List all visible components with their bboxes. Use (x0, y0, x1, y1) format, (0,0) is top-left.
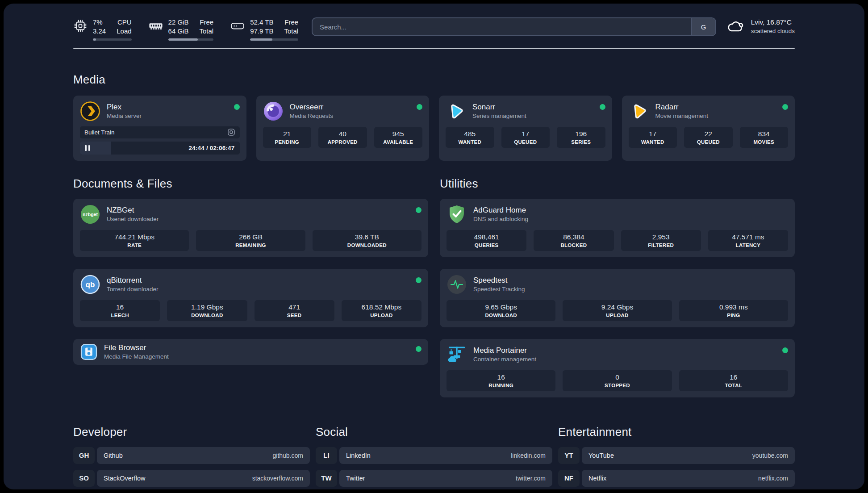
app-card-header: SpeedtestSpeedtest Tracking (447, 274, 788, 295)
weather-location-temp: Lviv, 16.87°C (751, 18, 795, 26)
stat-label: Free (199, 18, 213, 27)
stat-tile-label: STOPPED (564, 383, 670, 388)
stat-tile-value: 39.6 TB (314, 233, 420, 241)
stat-body: 7%3.24CPULoad (93, 18, 132, 41)
app-stats-row: 16LEECH1.19 GbpsDOWNLOAD471SEED618.52 Mb… (80, 300, 421, 321)
bookmark-abbr: GH (73, 447, 95, 464)
stat-tile-remaining: 266 GBREMAINING (196, 230, 305, 251)
stat-tile-value: 17 (503, 130, 548, 138)
stat-primary-values: 7%3.24 (93, 18, 106, 36)
stat-label: Total (199, 27, 213, 36)
bookmark-bar: Twittertwitter.com (339, 470, 552, 487)
usage-progress-bar (93, 38, 132, 41)
app-description: DNS and adblocking (473, 216, 528, 222)
section-title-entertainment: Entertainment (558, 425, 795, 439)
pause-icon[interactable] (85, 145, 90, 151)
stat-tile-label: QUEUED (686, 139, 731, 145)
app-stats-row: 744.21 MbpsRATE266 GBREMAINING39.6 TBDOW… (80, 230, 421, 251)
stat-tile-pending: 21PENDING (263, 127, 312, 148)
app-name: Radarr (655, 103, 709, 112)
app-card-file-browser[interactable]: File BrowserMedia File Management (73, 339, 428, 365)
dashboard-panel: 7%3.24CPULoad 22 GiB64 GiBFreeTotal 52.4… (4, 4, 864, 489)
app-titles: OverseerrMedia Requests (290, 103, 334, 120)
bookmark-group-entertainment: EntertainmentYTYouTubeyoutube.comNFNetfl… (558, 425, 795, 489)
stat-tile-label: PENDING (265, 139, 310, 145)
bookmark-youtube[interactable]: YTYouTubeyoutube.com (558, 447, 795, 464)
app-card-nzbget[interactable]: nzbgetNZBGetUsenet downloader744.21 Mbps… (73, 199, 428, 257)
bookmark-abbr: TW (316, 470, 337, 487)
stat-primary-values: 52.4 TB97.9 TB (250, 18, 273, 36)
bookmark-group-social: SocialLILinkedInlinkedin.comTWTwittertwi… (316, 425, 552, 489)
section-title-developer: Developer (73, 425, 310, 439)
usage-progress-fill (250, 38, 272, 41)
app-card-media-portainer[interactable]: Media PortainerContainer management16RUN… (440, 339, 795, 397)
bookmark-stackoverflow[interactable]: SOStackOverflowstackoverflow.com (73, 470, 310, 487)
stat-tile-value: 485 (447, 130, 492, 138)
stat-tile-label: LATENCY (710, 242, 786, 248)
app-card-adguard-home[interactable]: AdGuard HomeDNS and adblocking498,461QUE… (440, 199, 795, 257)
stat-tile-value: 471 (256, 303, 333, 311)
stat-tile-running: 16RUNNING (447, 370, 555, 391)
bookmark-bar: LinkedInlinkedin.com (339, 447, 552, 464)
status-dot-online (416, 207, 421, 213)
system-stat-cpu: 7%3.24CPULoad (73, 18, 132, 41)
bookmark-abbr: YT (558, 447, 580, 464)
app-card-radarr[interactable]: RadarrMovie management17WANTED22QUEUED83… (622, 96, 795, 161)
stat-tile-value: 9.65 Gbps (448, 303, 554, 311)
search-engine-button[interactable]: G (691, 18, 715, 35)
radarr-icon (629, 101, 649, 121)
status-dot-online (417, 104, 422, 110)
app-titles: AdGuard HomeDNS and adblocking (473, 206, 528, 223)
search-bar[interactable]: G (312, 17, 716, 36)
app-name: Speedtest (473, 276, 525, 285)
header-divider (73, 48, 795, 49)
bookmark-netflix[interactable]: NFNetflixnetflix.com (558, 470, 795, 487)
adguard-icon (447, 204, 467, 225)
app-name: AdGuard Home (473, 206, 528, 215)
app-description: Torrent downloader (107, 286, 159, 292)
bookmark-url: linkedin.com (511, 452, 546, 459)
bookmark-linkedin[interactable]: LILinkedInlinkedin.com (316, 447, 552, 464)
section-title-documents: Documents & Files (73, 177, 428, 191)
bookmark-name: StackOverflow (104, 475, 252, 482)
app-name: Sonarr (472, 103, 526, 112)
stat-tile-label: APPROVED (320, 139, 365, 145)
bookmark-twitter[interactable]: TWTwittertwitter.com (316, 470, 552, 487)
app-card-speedtest[interactable]: SpeedtestSpeedtest Tracking9.65 GbpsDOWN… (440, 269, 795, 327)
app-description: Speedtest Tracking (473, 286, 525, 292)
stat-tile-movies: 834MOVIES (740, 127, 789, 148)
disc-icon[interactable] (227, 128, 235, 136)
app-titles: qBittorrentTorrent downloader (107, 276, 159, 293)
status-dot-online (234, 104, 240, 110)
cloud-icon (726, 19, 745, 34)
app-name: File Browser (104, 343, 169, 352)
stat-tile-label: MOVIES (742, 139, 787, 145)
app-card-sonarr[interactable]: SonarrSeries management485WANTED17QUEUED… (439, 96, 612, 161)
app-description: Media Requests (290, 113, 334, 119)
stat-tile-downloaded: 39.6 TBDOWNLOADED (313, 230, 421, 251)
stat-tile-value: 2,953 (623, 233, 699, 241)
stat-body: 22 GiB64 GiBFreeTotal (168, 18, 214, 41)
stat-tile-queued: 22QUEUED (684, 127, 733, 148)
weather-condition: scattered clouds (751, 28, 795, 34)
app-card-plex[interactable]: PlexMedia serverBullet Train 24:44 / 02:… (73, 96, 246, 161)
system-stat-disk: 52.4 TB97.9 TBFreeTotal (230, 18, 298, 41)
stat-tile-leech: 16LEECH (80, 300, 160, 321)
app-card-overseerr[interactable]: OverseerrMedia Requests21PENDING40APPROV… (256, 96, 430, 161)
stat-tile-blocked: 86,384BLOCKED (534, 230, 613, 251)
stat-tile-value: 1.19 Gbps (169, 303, 245, 311)
stat-secondary-labels: FreeTotal (199, 18, 213, 36)
app-card-qbittorrent[interactable]: qbqBittorrentTorrent downloader16LEECH1.… (73, 269, 428, 327)
bookmark-url: github.com (273, 452, 303, 459)
bookmark-url: netflix.com (758, 475, 788, 482)
bookmark-abbr: LI (316, 447, 337, 464)
bookmark-group-developer: DeveloperGHGithubgithub.comSOStackOverfl… (73, 425, 310, 489)
bookmark-bar: StackOverflowstackoverflow.com (97, 470, 310, 487)
bookmark-github[interactable]: GHGithubgithub.com (73, 447, 310, 464)
stat-label: Free (284, 18, 298, 27)
app-description: Movie management (655, 113, 709, 119)
search-input[interactable] (313, 18, 691, 35)
stat-values: 7%3.24CPULoad (93, 18, 132, 36)
memory-icon (149, 19, 163, 33)
now-playing-progress-bar[interactable]: 24:44 / 02:06:47 (80, 142, 240, 155)
